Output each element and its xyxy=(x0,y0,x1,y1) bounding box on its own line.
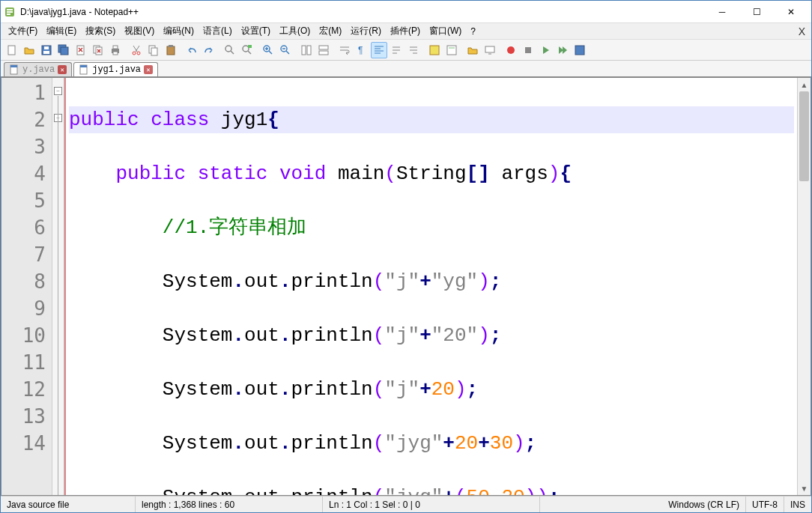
line-number: 4 xyxy=(3,160,46,187)
menu-plugins[interactable]: 插件(P) xyxy=(386,23,425,39)
new-file-button[interactable] xyxy=(4,42,20,58)
line-number: 8 xyxy=(3,268,46,295)
find-button[interactable] xyxy=(222,42,238,58)
maximize-button[interactable]: ☐ xyxy=(739,1,774,23)
paste-button[interactable] xyxy=(163,42,179,58)
menu-file[interactable]: 文件(F) xyxy=(4,23,42,39)
svg-rect-2 xyxy=(7,11,13,13)
svg-text:¶: ¶ xyxy=(358,45,363,55)
status-pos: Ln : 1 Col : 1 Sel : 0 | 0 xyxy=(323,497,540,512)
mdi-close-icon[interactable]: X xyxy=(799,25,805,37)
svg-rect-34 xyxy=(449,47,455,49)
tab-close-icon[interactable]: ✕ xyxy=(144,65,153,74)
line-number: 2 xyxy=(3,106,46,133)
sync-h-button[interactable] xyxy=(315,42,332,58)
folder-button[interactable] xyxy=(464,42,481,58)
status-lang: Java source file xyxy=(1,497,136,512)
line-number: 14 xyxy=(3,430,46,457)
minimize-button[interactable]: ─ xyxy=(705,1,739,23)
menu-search[interactable]: 搜索(S) xyxy=(81,23,120,39)
svg-rect-33 xyxy=(447,46,456,55)
scroll-down-icon[interactable]: ▼ xyxy=(798,482,811,495)
svg-rect-6 xyxy=(43,51,49,54)
fold-column: − − xyxy=(52,78,64,495)
svg-rect-35 xyxy=(485,46,494,52)
undo-button[interactable] xyxy=(184,42,200,58)
line-number: 12 xyxy=(3,376,46,403)
stop-record-button[interactable] xyxy=(520,42,536,58)
svg-rect-20 xyxy=(167,46,175,55)
app-icon xyxy=(4,6,16,18)
function-list-button[interactable] xyxy=(426,42,443,58)
line-number: 5 xyxy=(3,187,46,214)
svg-rect-9 xyxy=(61,47,68,55)
replace-button[interactable] xyxy=(239,42,255,58)
vertical-scrollbar[interactable]: ▲ ▼ xyxy=(797,78,811,495)
tab-y-java[interactable]: y.java ✕ xyxy=(4,62,72,76)
menu-language[interactable]: 语言(L) xyxy=(199,23,237,39)
status-ins[interactable]: INS xyxy=(784,497,811,512)
line-number: 9 xyxy=(3,295,46,322)
play-multi-button[interactable] xyxy=(554,42,571,58)
print-button[interactable] xyxy=(107,42,124,58)
save-button[interactable] xyxy=(38,42,55,58)
scroll-track[interactable] xyxy=(798,91,811,482)
rtl-button[interactable] xyxy=(405,42,422,58)
code-area[interactable]: public class jyg1{ public static void ma… xyxy=(66,78,797,495)
line-number: 6 xyxy=(3,214,46,241)
open-file-button[interactable] xyxy=(21,42,37,58)
scroll-up-icon[interactable]: ▲ xyxy=(798,78,811,91)
record-button[interactable] xyxy=(503,42,519,58)
zoom-out-button[interactable] xyxy=(277,42,294,58)
close-button[interactable]: ✕ xyxy=(774,1,808,23)
save-all-button[interactable] xyxy=(55,42,72,58)
doc-map-button[interactable] xyxy=(443,42,460,58)
wordwrap-button[interactable] xyxy=(336,42,353,58)
menu-window[interactable]: 窗口(W) xyxy=(425,23,466,39)
tab-close-icon[interactable]: ✕ xyxy=(58,65,67,74)
menu-tools[interactable]: 工具(O) xyxy=(275,23,315,39)
menu-view[interactable]: 视图(V) xyxy=(120,23,159,39)
close-all-button[interactable] xyxy=(90,42,106,58)
statusbar: Java source file length : 1,368 lines : … xyxy=(1,496,811,512)
svg-point-17 xyxy=(137,52,140,55)
fold-toggle-icon[interactable]: − xyxy=(54,87,62,95)
menu-run[interactable]: 运行(R) xyxy=(346,23,386,39)
svg-rect-42 xyxy=(80,65,87,67)
zoom-in-button[interactable] xyxy=(260,42,276,58)
copy-button[interactable] xyxy=(145,42,162,58)
svg-point-16 xyxy=(133,52,136,55)
svg-rect-37 xyxy=(525,47,531,53)
scroll-thumb[interactable] xyxy=(799,91,809,181)
play-button[interactable] xyxy=(537,42,554,58)
line-number: 1 xyxy=(3,79,46,106)
line-number: 10 xyxy=(3,322,46,349)
menu-help[interactable]: ? xyxy=(466,25,480,38)
svg-rect-14 xyxy=(113,46,118,49)
tab-label: jyg1.java xyxy=(92,64,141,75)
close-file-button[interactable] xyxy=(73,42,89,58)
sync-v-button[interactable] xyxy=(298,42,315,58)
menu-encoding[interactable]: 编码(N) xyxy=(159,23,199,39)
svg-rect-28 xyxy=(307,46,311,55)
menu-macro[interactable]: 宏(M) xyxy=(315,23,346,39)
svg-rect-27 xyxy=(302,46,306,55)
monitor-button[interactable] xyxy=(482,42,498,58)
ltr-button[interactable] xyxy=(388,42,405,58)
redo-button[interactable] xyxy=(201,42,217,58)
line-number-gutter: 1 2 3 4 5 6 7 8 9 10 11 12 13 14 xyxy=(1,78,52,495)
status-encoding[interactable]: UTF-8 xyxy=(746,497,784,512)
tab-jyg1-java[interactable]: jyg1.java ✕ xyxy=(73,62,158,76)
menu-edit[interactable]: 编辑(E) xyxy=(42,23,81,39)
indent-guide-button[interactable] xyxy=(371,42,387,58)
titlebar: D:\java\jyg1.java - Notepad++ ─ ☐ ✕ xyxy=(1,1,811,23)
save-macro-button[interactable] xyxy=(572,42,588,58)
svg-rect-30 xyxy=(319,51,328,55)
svg-rect-1 xyxy=(7,9,13,10)
status-eol[interactable]: Windows (CR LF) xyxy=(662,497,746,512)
cut-button[interactable] xyxy=(128,42,145,58)
menu-settings[interactable]: 设置(T) xyxy=(237,23,275,39)
svg-rect-38 xyxy=(575,46,584,55)
show-symbols-button[interactable]: ¶ xyxy=(354,42,370,58)
editor: 1 2 3 4 5 6 7 8 9 10 11 12 13 14 − − pub… xyxy=(1,77,811,496)
